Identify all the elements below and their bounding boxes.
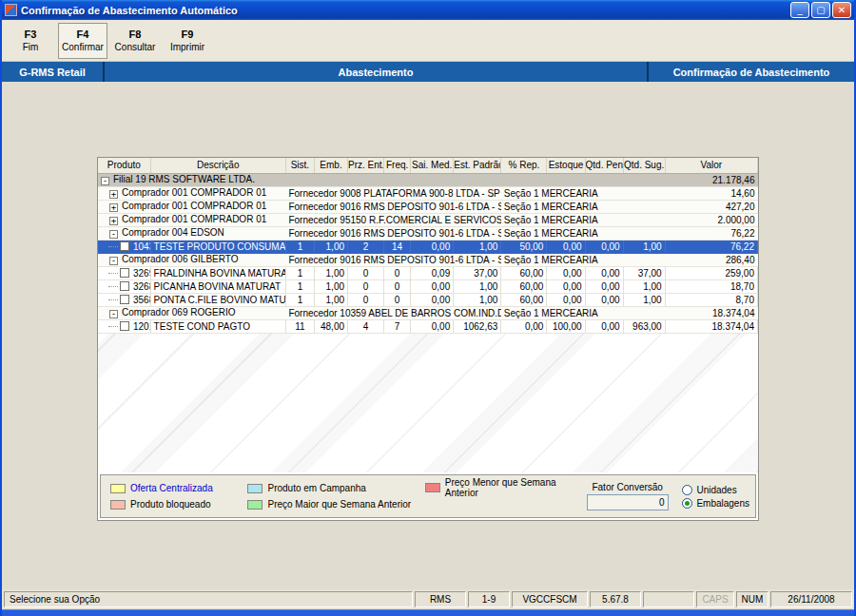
produto-cell: 1,00 <box>314 293 347 306</box>
column-header[interactable]: Qtd. Pend <box>585 158 623 173</box>
legend-item: Produto em Campanha <box>247 482 424 494</box>
close-button[interactable]: ✕ <box>832 2 851 18</box>
tree-connector <box>108 286 118 287</box>
column-header[interactable]: Emb. <box>314 158 347 173</box>
taskbar-edge <box>2 609 854 616</box>
produto-cell: 0,00 <box>585 240 623 253</box>
produto-cell: 7 <box>384 319 411 333</box>
secao-label: Seção 1 MERCEARIA <box>501 306 665 319</box>
tree-connector <box>108 273 118 274</box>
row-checkbox[interactable] <box>120 241 129 251</box>
grid-row-produto[interactable]: 3268-9PICANHA BOVINA MATURAT11,00000,001… <box>98 279 758 293</box>
column-header[interactable]: Sist. <box>285 158 314 173</box>
produto-cell: 1,00 <box>623 240 665 253</box>
radio-label: Embalagens <box>696 498 749 509</box>
expand-collapse-toggle[interactable]: + <box>109 203 118 212</box>
column-header[interactable]: % Rep. <box>501 158 547 173</box>
row-checkbox[interactable] <box>120 321 129 331</box>
grid-panel: ProdutoDescriçãoSist.Emb.Prz. Ent.Freq.S… <box>97 157 759 521</box>
column-header[interactable]: Valor <box>665 158 757 173</box>
expand-collapse-toggle[interactable]: + <box>109 217 118 225</box>
row-checkbox[interactable] <box>120 295 129 304</box>
action-label: Fim <box>23 42 39 52</box>
produto-cell: 0,00 <box>411 319 454 333</box>
produto-cell: 100,00 <box>547 319 585 333</box>
fkey-label: F8 <box>129 29 142 40</box>
breadcrumb-module: Abastecimento <box>105 62 647 82</box>
column-header[interactable]: Estoque <box>547 158 585 173</box>
column-header[interactable]: Produto <box>98 158 150 173</box>
grid-row-produto[interactable]: 12019-7TESTE COND PAGTO1148,00470,001062… <box>98 319 758 333</box>
tree-connector <box>108 299 118 300</box>
secao-label: Seção 1 MERCEARIA <box>501 200 665 213</box>
comprador-label: Comprador 001 COMPRADOR 01 <box>122 201 266 211</box>
row-checkbox[interactable] <box>120 281 129 291</box>
toolbar-button-f4[interactable]: F4Confirmar <box>58 23 107 59</box>
produto-cell: 0,00 <box>585 279 623 293</box>
column-header[interactable]: Est. Padrão <box>454 158 501 173</box>
produto-cell: 37,00 <box>623 266 665 279</box>
grid-row-produto[interactable]: 10436-1TESTE PRODUTO CONSUMA11,002140,00… <box>98 240 758 253</box>
produto-cell: 0 <box>384 279 411 293</box>
fornecedor-label: Fornecedor 10359 ABEL DE BARROS COM.IND.… <box>285 306 500 319</box>
grid-row-produto[interactable]: 3269-7FRALDINHA BOVINA MATURA11,00000,09… <box>98 266 758 279</box>
expand-collapse-toggle[interactable]: - <box>109 257 118 265</box>
grid-row-comprador[interactable]: +Comprador 001 COMPRADOR 01Fornecedor 95… <box>98 213 758 226</box>
status-segment: 5.67.8 <box>590 591 641 607</box>
toolbar-button-f3[interactable]: F3Fim <box>6 23 55 59</box>
legend-swatch-preco-maior <box>247 500 263 510</box>
legend-item: Preço Menor que Semana Anterior <box>425 481 586 493</box>
toolbar-button-f8[interactable]: F8Consultar <box>110 23 160 59</box>
produto-cell: 0,00 <box>547 279 585 293</box>
maximize-button[interactable]: ▢ <box>811 2 830 18</box>
produto-cell: 18,70 <box>665 279 757 293</box>
secao-label: Seção 1 MERCEARIA <box>501 253 665 266</box>
secao-label: Seção 1 MERCEARIA <box>501 213 665 226</box>
produto-cell: 76,22 <box>665 240 757 253</box>
produto-cell: 1062,63 <box>454 319 501 333</box>
radio-unidades[interactable]: Unidades <box>682 485 749 495</box>
grid-row-comprador[interactable]: +Comprador 001 COMPRADOR 01Fornecedor 90… <box>98 186 758 200</box>
produto-cell: 60,00 <box>501 266 547 279</box>
status-segment: 1-9 <box>468 591 510 607</box>
radio-embalagens[interactable]: Embalagens <box>682 498 749 509</box>
column-header[interactable]: Qtd. Sug. <box>623 158 665 173</box>
action-label: Confirmar <box>62 42 104 52</box>
grid-row-produto[interactable]: 3568-8PONTA C.FILE BOVINO MATU11,00000,0… <box>98 293 758 306</box>
filial-label: Filial 19 RMS SOFTWARE LTDA. <box>113 174 255 184</box>
app-icon <box>5 4 17 16</box>
comprador-label: Comprador 004 EDSON <box>122 227 224 238</box>
comprador-label: Comprador 006 GILBERTO <box>122 254 238 264</box>
expand-collapse-toggle[interactable]: - <box>101 177 109 185</box>
expand-collapse-toggle[interactable]: + <box>109 190 118 199</box>
fornecedor-label: Fornecedor 95150 R.F.COMERCIAL E SERVICO… <box>285 213 500 226</box>
column-header[interactable]: Descrição <box>150 158 285 173</box>
column-header[interactable]: Sai. Med. <box>411 158 454 173</box>
minimize-button[interactable]: _ <box>790 2 809 18</box>
expand-collapse-toggle[interactable]: - <box>109 230 118 239</box>
tree-connector <box>108 246 118 247</box>
produto-cell: 0,00 <box>547 240 585 253</box>
valor-cell: 21.178,46 <box>665 173 757 186</box>
column-header[interactable]: Freq. <box>384 158 411 173</box>
toolbar-button-f9[interactable]: F9Imprimir <box>163 23 212 59</box>
grid-row-comprador[interactable]: -Comprador 004 EDSONFornecedor 9016 RMS … <box>98 226 758 240</box>
grid-row-comprador[interactable]: -Comprador 069 ROGERIOFornecedor 10359 A… <box>98 306 758 319</box>
grid-row-filial[interactable]: -Filial 19 RMS SOFTWARE LTDA.21.178,46 <box>98 173 758 186</box>
grid-row-comprador[interactable]: +Comprador 001 COMPRADOR 01Fornecedor 90… <box>98 200 758 213</box>
expand-collapse-toggle[interactable]: - <box>109 310 118 318</box>
produto-descricao: TESTE COND PAGTO <box>150 319 285 333</box>
fkey-label: F9 <box>182 29 194 40</box>
produto-cell: 0,00 <box>585 266 623 279</box>
row-checkbox[interactable] <box>120 268 129 278</box>
legend-swatch-campanha <box>247 484 263 493</box>
window-controls: _ ▢ ✕ <box>790 2 851 18</box>
produto-cell: 1,00 <box>314 266 347 279</box>
grid-row-comprador[interactable]: -Comprador 006 GILBERTOFornecedor 9016 R… <box>98 253 758 266</box>
title-bar: Confirmação de Abastecimento Automático … <box>2 0 854 20</box>
fator-conversao-input[interactable] <box>587 494 669 510</box>
fornecedor-label: Fornecedor 9008 PLATAFORMA 900-8 LTDA - … <box>285 186 500 200</box>
comprador-label: Comprador 001 COMPRADOR 01 <box>122 214 266 224</box>
produto-cell: 0,00 <box>411 293 454 306</box>
column-header[interactable]: Prz. Ent. <box>348 158 384 173</box>
